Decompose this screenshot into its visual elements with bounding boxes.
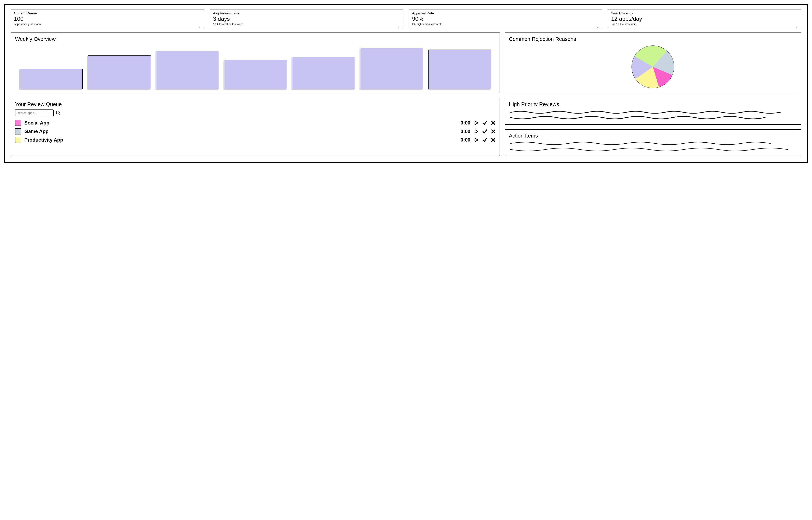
card-title: Action Items <box>509 133 797 139</box>
stat-subtext: 2% higher than last week <box>412 23 599 26</box>
placeholder-line <box>509 109 797 114</box>
category-swatch <box>15 120 21 126</box>
play-icon[interactable] <box>474 120 479 126</box>
queue-item-timer: 0:00 <box>456 137 470 143</box>
rejection-pie-chart <box>632 46 674 88</box>
action-items-card: Action Items <box>505 129 801 156</box>
placeholder-line <box>509 147 797 152</box>
stat-card-approval-rate: Approval Rate 90% 2% higher than last we… <box>409 9 602 28</box>
queue-item-timer: 0:00 <box>456 129 470 134</box>
stat-title: Avg Review Time <box>213 11 400 15</box>
category-swatch <box>15 137 21 143</box>
bar <box>292 44 355 89</box>
bar <box>224 44 287 89</box>
svg-line-1 <box>59 113 60 115</box>
search-input[interactable] <box>15 109 54 116</box>
queue-row: Game App 0:00 <box>15 128 496 134</box>
review-queue-card: Your Review Queue Social App 0:00 <box>11 98 500 156</box>
bar <box>156 44 219 89</box>
stat-subtext: Top 10% of reviewers <box>611 23 798 26</box>
stat-card-review-time: Avg Review Time 3 days 10% faster than l… <box>210 9 403 28</box>
stats-row: Current Queue 100 Apps waiting for revie… <box>11 9 801 28</box>
placeholder-line <box>509 141 797 146</box>
play-icon[interactable] <box>474 137 479 142</box>
queue-item-name: Game App <box>24 129 453 134</box>
search-icon[interactable] <box>56 110 61 115</box>
approve-icon[interactable] <box>482 129 487 134</box>
bar <box>20 44 83 89</box>
card-title: High Priority Reviews <box>509 101 797 107</box>
stat-value: 3 days <box>213 16 400 22</box>
stat-value: 90% <box>412 16 599 22</box>
weekly-overview-card: Weekly Overview <box>11 32 500 93</box>
weekly-bar-chart <box>15 44 496 89</box>
stat-value: 12 apps/day <box>611 16 798 22</box>
queue-item-name: Productivity App <box>24 137 453 143</box>
queue-row: Productivity App 0:00 <box>15 137 496 143</box>
card-title: Common Rejection Reasons <box>509 36 797 42</box>
card-title: Your Review Queue <box>15 101 496 107</box>
bar <box>428 44 491 89</box>
rejection-reasons-card: Common Rejection Reasons <box>505 32 801 93</box>
approve-icon[interactable] <box>482 120 487 126</box>
play-icon[interactable] <box>474 129 479 134</box>
category-swatch <box>15 128 21 134</box>
stat-title: Your Efficency <box>611 11 798 15</box>
reject-icon[interactable] <box>491 129 496 134</box>
queue-item-name: Social App <box>24 120 453 126</box>
stat-subtext: 10% faster than last week <box>213 23 400 26</box>
stat-subtext: Apps waiting for review <box>14 23 201 26</box>
queue-item-timer: 0:00 <box>456 120 470 126</box>
approve-icon[interactable] <box>482 137 487 142</box>
stat-card-efficiency: Your Efficency 12 apps/day Top 10% of re… <box>608 9 802 28</box>
stat-card-queue: Current Queue 100 Apps waiting for revie… <box>11 9 204 28</box>
bar <box>360 44 423 89</box>
stat-title: Approval Rate <box>412 11 599 15</box>
reject-icon[interactable] <box>491 137 496 142</box>
stat-value: 100 <box>14 16 201 22</box>
queue-list: Social App 0:00 Game App 0:00 <box>15 120 496 143</box>
stat-title: Current Queue <box>14 11 201 15</box>
placeholder-line <box>509 115 797 121</box>
reject-icon[interactable] <box>491 120 496 126</box>
card-title: Weekly Overview <box>15 36 496 42</box>
high-priority-card: High Priority Reviews <box>505 98 801 125</box>
dashboard-frame: Current Queue 100 Apps waiting for revie… <box>4 4 808 163</box>
bar <box>88 44 150 89</box>
queue-row: Social App 0:00 <box>15 120 496 126</box>
